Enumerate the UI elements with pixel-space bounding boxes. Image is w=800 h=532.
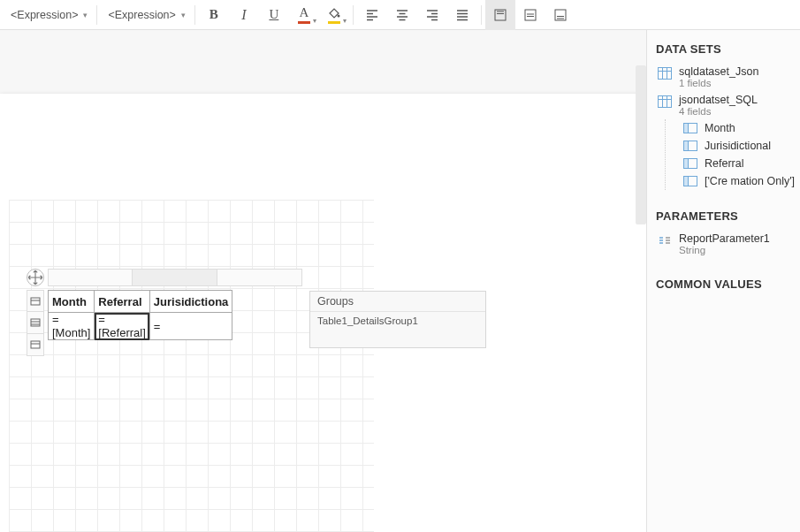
header-cell[interactable]: Referral (95, 291, 149, 313)
svg-rect-12 (684, 141, 689, 151)
valign-bottom-button[interactable] (545, 0, 575, 30)
dataset-name: jsondatset_SQL (679, 94, 758, 106)
font-family-select[interactable]: <Expression> ▾ (4, 4, 93, 27)
dataset-item[interactable]: jsondatset_SQL 4 fields (656, 91, 793, 119)
report-table: Month Referral Jurisidictiona =[Month] =… (48, 290, 232, 340)
parameters-section-title: PARAMETERS (656, 209, 793, 223)
fill-color-button[interactable]: ▾ (319, 0, 349, 30)
parameter-item[interactable]: ReportParameter1 String (656, 230, 793, 258)
italic-button[interactable]: I (229, 0, 259, 30)
field-item[interactable]: ['Cre mation Only'] (666, 172, 793, 190)
field-name: Month (705, 122, 735, 134)
svg-rect-7 (659, 68, 672, 80)
align-center-button[interactable] (387, 0, 417, 30)
underline-icon: U (269, 7, 278, 22)
move-icon (27, 270, 43, 285)
field-icon (683, 176, 697, 186)
cell-expression: = (154, 320, 161, 333)
header-text: Month (52, 295, 87, 308)
parameter-name: ReportParameter1 (679, 232, 770, 245)
dataset-icon (658, 95, 672, 108)
row-selector[interactable] (27, 290, 44, 312)
chevron-down-icon: ▾ (313, 17, 316, 25)
row-selector[interactable] (27, 312, 44, 334)
parameter-type: String (679, 245, 770, 255)
separator (194, 5, 195, 25)
separator (353, 5, 354, 25)
font-family-value: <Expression> (11, 9, 78, 21)
formatting-toolbar: <Expression> ▾ <Expression> ▾ B I U A ▾ … (0, 0, 800, 30)
valign-middle-button[interactable] (515, 0, 545, 30)
chevron-down-icon: ▾ (181, 11, 186, 19)
align-justify-button[interactable] (447, 0, 477, 30)
dataset-fieldcount: 4 fields (679, 106, 758, 117)
vertical-scrollbar[interactable] (636, 65, 646, 224)
align-center-icon (395, 8, 409, 22)
font-size-select[interactable]: <Expression> ▾ (101, 4, 190, 27)
field-icon (683, 158, 697, 169)
field-icon (683, 123, 697, 133)
header-cell[interactable]: Jurisidictiona (149, 291, 232, 313)
align-left-button[interactable] (357, 0, 387, 30)
field-name: Jurisidictional (705, 140, 771, 152)
align-right-button[interactable] (417, 0, 447, 30)
fill-color-icon (328, 6, 340, 24)
font-size-value: <Expression> (108, 9, 175, 21)
header-cell[interactable]: Month (49, 291, 95, 313)
data-cell[interactable]: =[Month] (49, 313, 95, 340)
row-selector[interactable] (27, 334, 44, 356)
dataset-item[interactable]: sqldataset_Json 1 fields (656, 63, 793, 91)
cell-expression: =[Referral] (98, 313, 145, 339)
valign-top-button[interactable] (485, 0, 515, 30)
column-selector[interactable] (133, 269, 217, 286)
svg-point-0 (337, 14, 339, 17)
field-item[interactable]: Referral (666, 155, 793, 172)
separator (481, 5, 482, 25)
underline-button[interactable]: U (259, 0, 289, 30)
svg-rect-6 (31, 341, 40, 348)
common-values-section-title: COMMON VALUES (656, 277, 793, 291)
parameter-icon (658, 234, 672, 247)
svg-rect-14 (684, 159, 689, 169)
dataset-fieldcount: 1 fields (679, 78, 758, 88)
chevron-down-icon: ▾ (83, 11, 88, 19)
align-left-icon (365, 8, 379, 22)
svg-rect-5 (31, 319, 40, 326)
data-cell[interactable]: = (149, 313, 232, 340)
field-name: ['Cre mation Only'] (705, 175, 795, 187)
chevron-down-icon: ▾ (343, 17, 347, 25)
svg-rect-10 (684, 124, 689, 133)
right-sidebar: DATA SETS sqldataset_Json 1 fields jsond… (646, 30, 800, 532)
valign-middle-icon (523, 8, 537, 22)
data-cell-selected[interactable]: =[Referral] (95, 313, 149, 340)
align-right-icon (425, 8, 439, 22)
valign-top-icon (493, 8, 507, 22)
column-selector[interactable] (48, 269, 133, 286)
svg-rect-4 (31, 298, 40, 305)
group-item[interactable]: Table1_DetailsGroup1 (317, 315, 478, 326)
font-color-button[interactable]: A ▾ (289, 0, 319, 30)
design-canvas[interactable]: Month Referral Jurisidictiona =[Month] =… (0, 30, 646, 532)
svg-rect-16 (684, 177, 689, 186)
bold-icon: B (210, 7, 218, 22)
field-item[interactable]: Month (666, 119, 793, 137)
svg-rect-8 (659, 96, 672, 108)
column-selector[interactable] (217, 269, 302, 286)
dataset-icon (658, 67, 672, 80)
field-item[interactable]: Jurisidictional (666, 137, 793, 155)
column-selectors (48, 269, 302, 290)
field-name: Referral (705, 157, 743, 170)
row-selectors (27, 290, 44, 356)
groups-panel: Groups Table1_DetailsGroup1 (309, 291, 486, 348)
header-text: Jurisidictiona (154, 295, 229, 308)
datasets-section-title: DATA SETS (656, 42, 793, 56)
cell-expression: =[Month] (52, 313, 90, 339)
dataset-name: sqldataset_Json (679, 65, 758, 78)
valign-bottom-icon (553, 8, 568, 22)
bold-button[interactable]: B (199, 0, 229, 30)
italic-icon: I (241, 7, 246, 23)
field-icon (683, 141, 697, 151)
header-text: Referral (98, 295, 141, 308)
move-handle[interactable] (27, 269, 44, 286)
font-color-icon: A (298, 5, 310, 24)
